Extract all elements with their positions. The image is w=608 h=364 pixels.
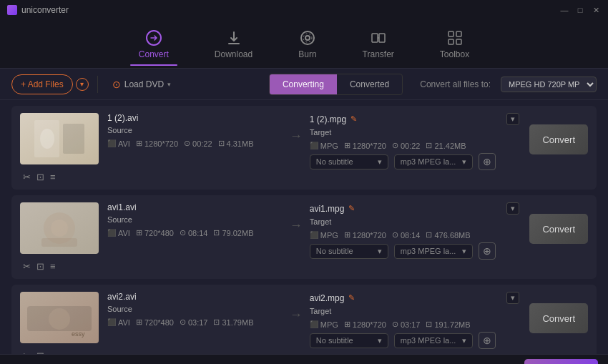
subtitle-chevron-file3: ▾ [378, 336, 382, 345]
crop-icon-file2[interactable]: ⊡ [36, 261, 44, 272]
edit-icon-file1[interactable]: ✎ [350, 114, 357, 124]
tab-converting[interactable]: Converting [270, 74, 337, 94]
target-resolution-file3: 1280*720 [353, 320, 386, 329]
target-meta-file3: ⬛ MPG ⊞ 1280*720 ⊙ 03:17 ⊡ [310, 320, 520, 329]
convert-button-file3[interactable]: Convert [529, 303, 588, 333]
target-format-file2: MPG [320, 231, 338, 240]
target-block-file2: avi1.mpg ✎ ▾ Target ⬛ MPG ⊞ 1280*720 [310, 202, 520, 260]
thumb-actions-file2: ✂ ⊡ ≡ [20, 261, 99, 272]
add-files-dropdown-arrow[interactable]: ▾ [76, 78, 89, 91]
close-button[interactable]: ✕ [591, 5, 601, 15]
toolbox-nav-icon [446, 29, 464, 46]
target-format-icon-file2: ⬛ [310, 231, 318, 239]
nav-download-label: Download [215, 49, 252, 59]
resolution-icon-file1: ⊞ [136, 139, 142, 148]
nav-burn-label: Burn [298, 49, 316, 59]
format-select[interactable]: MPEG HD 720P MP [501, 77, 597, 92]
subtitle-select-file2[interactable]: No subtitle ▾ [310, 244, 388, 259]
target-duration-file2: 08:14 [401, 231, 421, 240]
source-label-file1: Source [107, 126, 283, 134]
subtitle-row-file1: No subtitle ▾ mp3 MPEG la... ▾ ⊕ [310, 153, 520, 170]
svg-point-2 [305, 36, 310, 40]
nav-download[interactable]: Download [206, 24, 261, 65]
convert-button-file1[interactable]: Convert [529, 124, 588, 154]
audio-plus-button-file2[interactable]: ⊕ [479, 242, 496, 260]
cut-icon-file2[interactable]: ✂ [23, 261, 31, 272]
source-block-file2: avi1.avi Source ⬛ AVI ⊞ 720*480 ⊙ [107, 202, 283, 237]
audio-select-file2[interactable]: mp3 MPEG la... ▾ [394, 244, 473, 259]
target-format-dropdown-file2[interactable]: ▾ [506, 202, 519, 215]
subtitle-chevron-file2: ▾ [378, 247, 382, 256]
target-res-icon-file1: ⊞ [344, 141, 350, 150]
settings-icon-file1[interactable]: ≡ [50, 172, 56, 182]
edit-icon-file3[interactable]: ✎ [348, 293, 355, 302]
target-format-file3: MPG [320, 320, 338, 329]
file-list: ✂ ⊡ ≡ 1 (2).avi Source ⬛ AVI [0, 100, 608, 354]
cut-icon-file1[interactable]: ✂ [23, 172, 31, 182]
settings-icon-file3[interactable]: ≡ [50, 350, 56, 354]
target-block-file1: 1 (2).mpg ✎ ▾ Target ⬛ MPG ⊞ 1280*720 [310, 113, 520, 170]
convert-all-button[interactable]: Convert All [524, 359, 598, 365]
file-card-inner-file1: 1 (2).avi Source ⬛ AVI ⊞ 1280*720 [107, 113, 588, 170]
svg-rect-9 [456, 39, 461, 44]
subtitle-select-file3[interactable]: No subtitle ▾ [310, 333, 388, 348]
settings-icon-file2[interactable]: ≡ [50, 261, 56, 272]
source-duration-file2: 08:14 [188, 229, 208, 237]
target-res-icon-file2: ⊞ [344, 230, 350, 240]
nav-convert[interactable]: Convert [130, 24, 177, 65]
source-label-file3: Source [107, 305, 283, 313]
target-label-file3: Target [310, 307, 520, 315]
target-filename-file3: avi2.mpg ✎ ▾ [310, 292, 520, 304]
nav-burn[interactable]: Burn [290, 24, 325, 65]
crop-icon-file1[interactable]: ⊡ [36, 172, 44, 182]
file-card-file2: ✂ ⊡ ≡ avi1.avi Source ⬛ AVI [11, 195, 597, 279]
subtitle-select-file1[interactable]: No subtitle ▾ [310, 154, 388, 169]
convert-button-file2[interactable]: Convert [529, 214, 588, 244]
tab-group: Converting Converted [269, 74, 403, 95]
convert-block-file1: Convert [526, 113, 588, 154]
audio-chevron-file1: ▾ [462, 157, 466, 167]
audio-plus-button-file3[interactable]: ⊕ [479, 332, 496, 349]
load-dvd-button[interactable]: ⊙ Load DVD ▾ [107, 76, 177, 93]
target-size-file2: 476.68MB [434, 231, 470, 240]
target-format-dropdown-file1[interactable]: ▾ [506, 113, 519, 125]
add-files-label: + Add Files [21, 79, 64, 89]
maximize-button[interactable]: □ [575, 5, 585, 15]
crop-icon-file3[interactable]: ⊡ [36, 350, 44, 354]
svg-rect-6 [448, 31, 453, 36]
bottom-bar: 🕐 ⚡ Output D:\UniConverter\Converted ▾ 📁… [0, 354, 608, 364]
target-clock-icon-file1: ⊙ [392, 141, 398, 150]
svg-rect-7 [456, 31, 461, 36]
cut-icon-file3[interactable]: ✂ [23, 350, 31, 354]
target-resolution-file1: 1280*720 [353, 142, 386, 150]
edit-icon-file2[interactable]: ✎ [348, 204, 355, 213]
target-label-file1: Target [310, 128, 520, 137]
subtitle-row-file2: No subtitle ▾ mp3 MPEG la... ▾ ⊕ [310, 242, 520, 260]
nav-bar: Convert Download Burn Tran [0, 20, 608, 69]
add-files-button[interactable]: + Add Files [11, 74, 73, 94]
svg-rect-17 [41, 238, 77, 247]
source-filename-file1: 1 (2).avi [107, 113, 283, 123]
transfer-nav-icon [370, 29, 387, 46]
nav-transfer[interactable]: Transfer [354, 24, 403, 65]
audio-select-file3[interactable]: mp3 MPEG la... ▾ [394, 333, 473, 348]
target-format-dropdown-file3[interactable]: ▾ [506, 292, 519, 304]
nav-transfer-label: Transfer [363, 49, 394, 59]
file-card-inner-file2: avi1.avi Source ⬛ AVI ⊞ 720*480 ⊙ [107, 202, 588, 260]
tab-converted[interactable]: Converted [337, 74, 402, 94]
source-format-icon-file2: ⬛ [107, 229, 116, 237]
minimize-button[interactable]: — [559, 5, 569, 15]
svg-point-3 [303, 34, 312, 42]
toolbar: + Add Files ▾ ⊙ Load DVD ▾ Converting Co… [0, 69, 608, 100]
convert-all-files-label: Convert all files to: [420, 79, 491, 89]
target-resolution-file2: 1280*720 [353, 231, 386, 240]
audio-select-file1[interactable]: mp3 MPEG la... ▾ [394, 154, 473, 169]
source-filename-file3: avi2.avi [107, 292, 283, 302]
audio-plus-button-file1[interactable]: ⊕ [479, 153, 496, 170]
nav-toolbox[interactable]: Toolbox [431, 24, 478, 65]
app-title: uniconverter [21, 5, 69, 15]
target-format-icon-file3: ⬛ [310, 320, 318, 328]
target-meta-file1: ⬛ MPG ⊞ 1280*720 ⊙ 00:22 ⊡ [310, 141, 520, 150]
source-size-file3: 31.79MB [222, 318, 253, 327]
target-size-file3: 191.72MB [434, 320, 470, 329]
